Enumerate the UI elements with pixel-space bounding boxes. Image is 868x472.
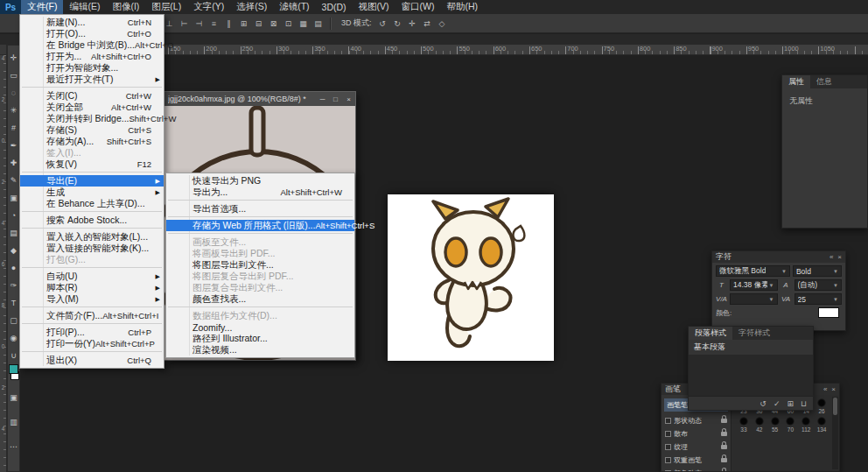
lasso-tool[interactable]: ◌ xyxy=(8,84,19,102)
menu-item[interactable]: 打印一份(Y) Alt+Shift+Ctrl+P xyxy=(20,338,164,349)
font-style-select[interactable]: Bold ▼ xyxy=(793,265,842,277)
distribute-left-icon[interactable]: ⊡ xyxy=(282,17,295,30)
menu-item[interactable]: 图层复合导出到文件... xyxy=(166,282,354,293)
lock-icon[interactable] xyxy=(721,419,727,423)
lock-icon[interactable] xyxy=(721,445,727,449)
style-list-item[interactable]: 基本段落 xyxy=(689,340,813,355)
menu-item[interactable]: 自动(U) ▶ xyxy=(20,271,164,282)
lock-icon[interactable] xyxy=(721,458,727,462)
checkbox-icon[interactable] xyxy=(665,444,671,450)
align-left-edges-icon[interactable]: ⊢ xyxy=(178,17,191,30)
brush-preset[interactable]: 134 xyxy=(814,417,830,433)
brush-option-item[interactable]: 散布 xyxy=(662,427,731,440)
menubar-item[interactable]: 文字(Y) xyxy=(187,0,230,14)
align-right-edges-icon[interactable]: ⊣ xyxy=(192,17,206,30)
menu-item[interactable]: 置入链接的智能对象(K)... xyxy=(20,243,164,254)
menubar-item[interactable]: 文件(F) xyxy=(21,0,63,14)
brush-preset[interactable]: 26 xyxy=(814,398,830,414)
menubar-item[interactable]: 视图(V) xyxy=(353,0,396,14)
close-button[interactable]: × xyxy=(342,95,355,103)
kerning-field[interactable]: ▼ xyxy=(730,293,778,305)
menu-item[interactable]: 关闭并转到 Bridge... Shift+Ctrl+W xyxy=(20,113,164,124)
menu-item[interactable]: 渲染视频... xyxy=(166,344,354,356)
menu-item[interactable]: 数据组作为文件(D)... xyxy=(166,310,354,321)
menu-item[interactable]: 置入嵌入的智能对象(L)... xyxy=(20,231,164,243)
distribute-middle-icon[interactable]: ⊟ xyxy=(252,17,265,30)
gradient-tool[interactable]: ◆ xyxy=(8,242,19,259)
align-bottom-edges-icon[interactable]: ⊥ xyxy=(163,17,176,30)
move-tool[interactable]: ✛ xyxy=(8,49,19,67)
brush-option-item[interactable]: 形状动态 xyxy=(662,414,731,427)
menu-item[interactable]: 打开为智能对象... xyxy=(20,62,164,74)
menubar-item[interactable]: 帮助(H) xyxy=(441,0,485,14)
panel-tab[interactable]: 信息 xyxy=(810,75,838,88)
shape-tool[interactable]: ◉ xyxy=(8,329,19,347)
blur-tool[interactable]: ● xyxy=(8,259,19,277)
menu-item[interactable]: 快速导出为 PNG xyxy=(166,175,354,187)
brush-option-item[interactable]: 纹理 xyxy=(662,440,731,454)
menubar-item[interactable]: 选择(S) xyxy=(230,0,273,14)
text-color-swatch[interactable] xyxy=(818,307,839,318)
align-centers-icon[interactable]: ≡ xyxy=(207,17,220,30)
3d-pan-icon[interactable]: ✛ xyxy=(406,17,419,30)
distribute-vertical-icon[interactable]: ∥ xyxy=(222,17,235,30)
menu-item[interactable]: 新建(N)... Ctrl+N xyxy=(20,17,164,28)
menu-item[interactable]: 打印(P)... Ctrl+P xyxy=(20,327,164,338)
magic-wand-tool[interactable]: ✳ xyxy=(8,102,19,119)
menu-item[interactable]: 签入(I)... xyxy=(20,147,164,159)
hand-tool[interactable]: ∪ xyxy=(8,347,19,364)
close-icon[interactable]: × xyxy=(831,385,836,393)
new-style-icon[interactable]: ⊞ xyxy=(787,399,794,408)
collapse-icon[interactable]: « xyxy=(823,385,827,393)
menu-item[interactable]: 存储为 Web 所用格式 (旧版)... Alt+Shift+Ctrl+S xyxy=(166,220,354,231)
brush-preset[interactable]: 33 xyxy=(736,417,752,433)
leading-field[interactable]: (自动) ▼ xyxy=(794,279,843,291)
distribute-bottom-icon[interactable]: ⊠ xyxy=(267,17,280,30)
document-title-bar[interactable]: jgjj20ck0ahmxa.jpg @ 100%(RGB/8#) * ─ □ … xyxy=(164,92,355,106)
menu-item[interactable]: 将图层导出到文件... xyxy=(166,259,354,271)
menu-item[interactable]: 打包(G)... xyxy=(20,254,164,265)
menu-item[interactable]: 退出(X) Ctrl+Q xyxy=(20,355,164,366)
scrollbar-thumb[interactable] xyxy=(833,398,837,415)
font-size-field[interactable]: 14.38 像素 ▼ xyxy=(730,279,778,291)
menu-item[interactable]: Zoomify... xyxy=(166,321,354,333)
menu-item[interactable]: 路径到 Illustrator... xyxy=(166,333,354,344)
foreground-color-swatch[interactable] xyxy=(9,364,18,374)
menubar-item[interactable]: 滤镜(T) xyxy=(273,0,315,14)
distribute-right-icon[interactable]: ▤ xyxy=(312,17,325,30)
brush-preset[interactable]: 70 xyxy=(783,417,799,433)
menu-item[interactable]: 导入(M) ▶ xyxy=(20,293,164,305)
distribute-center-icon[interactable]: ▦ xyxy=(297,17,310,30)
menu-item[interactable]: 画板至文件... xyxy=(166,236,354,248)
panel-tab[interactable]: 字符样式 xyxy=(732,327,776,340)
menu-item[interactable]: 脚本(R) ▶ xyxy=(20,282,164,293)
menu-item[interactable]: 搜索 Adobe Stock... xyxy=(20,215,164,226)
distribute-top-icon[interactable]: ⊞ xyxy=(237,17,250,30)
type-tool[interactable]: T xyxy=(8,294,19,312)
pen-tool[interactable]: ✑ xyxy=(8,277,19,294)
brush-option-item[interactable]: 颜色动态 xyxy=(662,467,731,471)
3d-scale-icon[interactable]: ◇ xyxy=(436,17,449,30)
brush-tool[interactable]: ✎ xyxy=(8,172,19,189)
menubar-item[interactable]: 编辑(E) xyxy=(63,0,106,14)
clear-override-icon[interactable]: ✓ xyxy=(774,399,780,408)
panel-tab[interactable]: 段落样式 xyxy=(689,327,732,340)
path-select-tool[interactable]: ▢ xyxy=(8,312,19,329)
checkbox-icon[interactable] xyxy=(665,470,671,471)
maximize-button[interactable]: □ xyxy=(329,95,342,103)
edit-toolbar-icon[interactable]: ⋯ xyxy=(8,438,19,455)
collapse-icon[interactable]: « xyxy=(830,253,833,261)
menu-item[interactable]: 存储为(A)... Shift+Ctrl+S xyxy=(20,136,164,147)
3d-roll-icon[interactable]: ↻ xyxy=(391,17,404,30)
history-brush-tool[interactable]: ◔ xyxy=(8,207,19,224)
document-canvas[interactable] xyxy=(388,194,554,361)
3d-slide-icon[interactable]: ⇄ xyxy=(421,17,434,30)
menu-item[interactable]: 最近打开文件(T) ▶ xyxy=(20,74,164,85)
menubar-item[interactable]: 图层(L) xyxy=(145,0,187,14)
font-family-select[interactable]: 微软雅黑 Bold ▼ xyxy=(716,265,790,277)
menu-item[interactable]: 打开为... Alt+Shift+Ctrl+O xyxy=(20,51,164,62)
menu-item[interactable]: 文件简介(F)... Alt+Shift+Ctrl+I xyxy=(20,310,164,321)
menu-item[interactable]: 存储(S) Ctrl+S xyxy=(20,124,164,136)
lock-icon[interactable] xyxy=(721,432,727,436)
eyedropper-tool[interactable]: ✒ xyxy=(8,137,19,154)
